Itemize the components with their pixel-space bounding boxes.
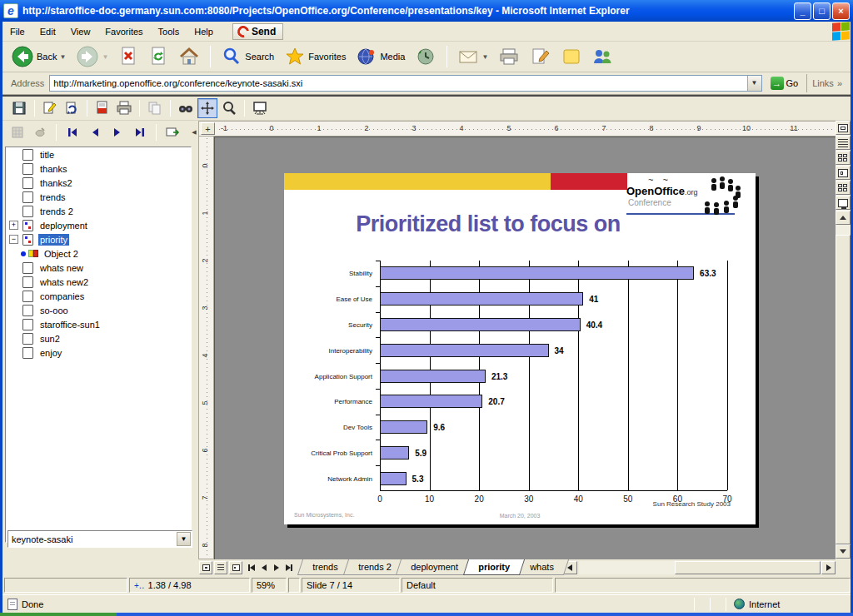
tree-item-label[interactable]: whats new2: [38, 276, 90, 288]
scroll-right-button[interactable]: [821, 561, 836, 574]
tree-item-trends[interactable]: trends: [6, 190, 191, 204]
ruler-origin-button[interactable]: +: [201, 122, 215, 135]
tree-item-title[interactable]: title: [6, 147, 191, 161]
tree-item-label[interactable]: whats new: [38, 262, 85, 274]
tabbar-mode-button-3[interactable]: [229, 561, 242, 574]
tree-item-enjoy[interactable]: enjoy: [6, 345, 191, 360]
tree-item-label[interactable]: thanks: [38, 163, 68, 175]
media-button[interactable]: Media: [352, 43, 408, 70]
tree-item-label[interactable]: companies: [38, 291, 86, 302]
slide[interactable]: ~ ~ OpenOffice.org Conference Prioritize…: [284, 173, 756, 524]
tree-item-label[interactable]: thanks2: [38, 177, 74, 189]
previous-tab-button[interactable]: [257, 561, 270, 574]
tree-item-label[interactable]: enjoy: [38, 347, 63, 359]
next-slide-button[interactable]: [107, 122, 127, 142]
back-dropdown-icon[interactable]: ▼: [59, 53, 66, 61]
tree-item-so-ooo[interactable]: so-ooo: [6, 303, 191, 317]
close-button[interactable]: ×: [832, 2, 850, 20]
back-button[interactable]: Back ▼: [7, 42, 69, 71]
history-button[interactable]: [412, 43, 440, 70]
start-presentation-button[interactable]: [836, 196, 851, 210]
tree-item-label[interactable]: priority: [38, 234, 69, 246]
slide-show-effects-button[interactable]: [162, 122, 182, 142]
vertical-ruler[interactable]: 012345678: [198, 137, 214, 559]
stop-button[interactable]: [115, 43, 142, 70]
find-button[interactable]: [176, 98, 196, 118]
scroll-up-button[interactable]: [836, 211, 851, 225]
links-more-icon[interactable]: »: [837, 78, 842, 88]
menu-tools[interactable]: Tools: [151, 23, 187, 40]
previous-slide-button[interactable]: [85, 122, 105, 142]
save-button[interactable]: [9, 98, 29, 118]
navigator-move-button[interactable]: [197, 98, 217, 118]
discuss-button[interactable]: [558, 44, 585, 69]
address-url[interactable]: http://marketing.openoffice.org/conferen…: [50, 78, 746, 88]
tab-deployment[interactable]: deployment: [396, 559, 473, 575]
tab-priority[interactable]: priority: [463, 559, 525, 575]
menu-favorites[interactable]: Favorites: [97, 23, 150, 40]
print-file-button[interactable]: [114, 98, 134, 118]
tree-item-label[interactable]: so-ooo: [38, 305, 70, 316]
tree-item-label[interactable]: deployment: [38, 220, 89, 231]
panel-splitter[interactable]: ◀: [190, 121, 198, 143]
vertical-scroll-thumb[interactable]: [836, 235, 851, 544]
tree-item-priority[interactable]: −priority: [6, 232, 191, 246]
favorites-button[interactable]: Favorites: [281, 43, 349, 70]
first-tab-button[interactable]: [245, 561, 257, 574]
tree-item-object-2[interactable]: Object 2: [6, 246, 191, 261]
minimize-button[interactable]: _: [794, 2, 811, 20]
menu-view[interactable]: View: [63, 23, 98, 40]
search-button[interactable]: Search: [217, 43, 277, 70]
tree-item-thanks[interactable]: thanks: [6, 161, 191, 176]
document-selector[interactable]: keynote-sasaki ▼: [7, 530, 192, 548]
tree-item-thanks2[interactable]: thanks2: [6, 176, 191, 190]
zoom-level-cell[interactable]: 59%: [252, 578, 287, 593]
edit-file-button[interactable]: [40, 98, 60, 118]
tree-item-label[interactable]: trends 2: [38, 206, 75, 217]
page-style-cell[interactable]: Default: [402, 578, 553, 593]
tree-item-sun2[interactable]: sun2: [6, 331, 191, 345]
slide-view-button[interactable]: [836, 151, 851, 165]
maximize-button[interactable]: □: [813, 2, 831, 20]
mail-button[interactable]: ▼: [454, 44, 491, 69]
scroll-down-button[interactable]: [836, 544, 851, 559]
outline-view-button[interactable]: [836, 136, 851, 150]
menu-help[interactable]: Help: [187, 23, 221, 40]
home-button[interactable]: [175, 43, 203, 70]
drawing-view-button[interactable]: [836, 121, 851, 135]
tree-item-deployment[interactable]: +deployment: [6, 218, 191, 232]
expand-icon[interactable]: +: [9, 221, 18, 230]
menu-edit[interactable]: Edit: [32, 23, 63, 40]
horizontal-scrollbar[interactable]: [579, 561, 836, 574]
tabbar-mode-button-1[interactable]: [199, 561, 212, 574]
tree-item-trends-2[interactable]: trends 2: [6, 204, 191, 218]
zoom-button[interactable]: [219, 98, 239, 118]
export-pdf-button[interactable]: [92, 98, 112, 118]
tree-item-whats-new2[interactable]: whats new2: [6, 275, 191, 289]
tree-item-label[interactable]: title: [38, 149, 56, 161]
reload-button[interactable]: [62, 98, 82, 118]
tree-item-companies[interactable]: companies: [6, 289, 191, 303]
mail-dropdown-icon[interactable]: ▼: [481, 53, 488, 61]
address-dropdown-icon[interactable]: ▼: [747, 76, 761, 91]
handout-view-button[interactable]: [836, 181, 851, 195]
tree-item-whats-new[interactable]: whats new: [6, 261, 191, 275]
messenger-button[interactable]: [588, 44, 616, 69]
print-button[interactable]: [495, 44, 523, 69]
last-tab-button[interactable]: [282, 561, 295, 574]
send-button[interactable]: Send: [232, 23, 283, 40]
next-tab-button[interactable]: [270, 561, 282, 574]
links-button[interactable]: Links »: [806, 74, 847, 92]
collapse-icon[interactable]: −: [9, 235, 18, 244]
forward-button[interactable]: ▼: [72, 42, 112, 71]
last-slide-button[interactable]: [130, 122, 150, 142]
horizontal-ruler[interactable]: + -101234567891011: [198, 121, 836, 137]
refresh-button[interactable]: [145, 43, 172, 70]
go-button[interactable]: → Go: [766, 75, 804, 92]
tree-item-staroffice-sun1[interactable]: staroffice-sun1: [6, 317, 191, 331]
document-selector-dropdown-icon[interactable]: ▼: [177, 532, 191, 546]
tree-item-label[interactable]: sun2: [38, 333, 62, 345]
tree-item-label[interactable]: trends: [38, 191, 67, 203]
address-input[interactable]: http://marketing.openoffice.org/conferen…: [49, 75, 761, 92]
notes-view-button[interactable]: [836, 166, 851, 180]
